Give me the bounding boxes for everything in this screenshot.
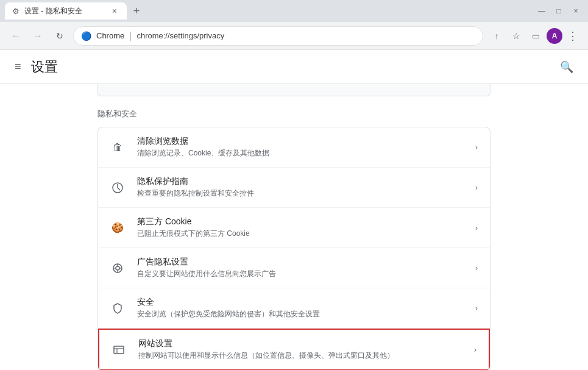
window-minimize-button[interactable]: — — [534, 4, 549, 18]
clear-data-title: 清除浏览数据 — [137, 136, 463, 147]
url-bar[interactable]: 🔵 Chrome | chrome://settings/privacy — [73, 26, 483, 46]
security-arrow: › — [475, 304, 478, 313]
ad-privacy-content: 广告隐私设置 自定义要让网站使用什么信息向您展示广告 — [137, 257, 463, 279]
ad-privacy-arrow: › — [475, 264, 478, 272]
cookies-icon: 🍪 — [110, 221, 125, 235]
list-item-site-settings[interactable]: 网站设置 控制网站可以使用和显示什么信息（如位置信息、摄像头、弹出式窗口及其他）… — [98, 329, 490, 370]
list-item-privacy-guide[interactable]: 隐私保护指南 检查重要的隐私控制设置和安全控件 › — [98, 168, 490, 208]
forward-button[interactable]: → — [29, 27, 46, 44]
new-tab-button[interactable]: + — [129, 4, 144, 18]
svg-line-2 — [118, 188, 120, 190]
bookmark-button[interactable]: ☆ — [508, 27, 525, 44]
site-settings-content: 网站设置 控制网站可以使用和显示什么信息（如位置信息、摄像头、弹出式窗口及其他） — [138, 338, 462, 361]
list-item-cookies[interactable]: 🍪 第三方 Cookie 已阻止无痕模式下的第三方 Cookie › — [98, 208, 490, 248]
chrome-menu-button[interactable]: ⋮ — [565, 27, 581, 45]
ad-privacy-desc: 自定义要让网站使用什么信息向您展示广告 — [137, 269, 463, 279]
bookmark-icon: ☆ — [512, 31, 520, 41]
page-content: ≡ 设置 🔍 隐私和安全 🗑 清除浏览数据 清除浏览记录、Cookie、缓存及其… — [0, 50, 588, 370]
clear-data-icon: 🗑 — [110, 140, 125, 155]
clear-data-arrow: › — [475, 143, 478, 152]
refresh-button[interactable]: ↻ — [51, 27, 68, 44]
privacy-guide-content: 隐私保护指南 检查重要的隐私控制设置和安全控件 — [137, 176, 463, 199]
settings-page-title: 设置 — [31, 58, 58, 76]
sidebar-toggle-button[interactable]: ≡ — [15, 60, 21, 73]
privacy-guide-desc: 检查重要的隐私控制设置和安全控件 — [137, 188, 463, 199]
cookies-desc: 已阻止无痕模式下的第三方 Cookie — [137, 229, 463, 239]
privacy-guide-arrow: › — [475, 183, 478, 192]
share-icon: ↑ — [495, 31, 499, 41]
site-settings-desc: 控制网站可以使用和显示什么信息（如位置信息、摄像头、弹出式窗口及其他） — [138, 350, 462, 361]
refresh-icon: ↻ — [56, 31, 63, 41]
window-close-button[interactable]: × — [569, 4, 583, 18]
extensions-icon: ▭ — [532, 31, 540, 41]
scroll-area: 隐私和安全 🗑 清除浏览数据 清除浏览记录、Cookie、缓存及其他数据 › — [0, 84, 588, 370]
list-item-clear-data[interactable]: 🗑 清除浏览数据 清除浏览记录、Cookie、缓存及其他数据 › — [98, 127, 490, 168]
security-content: 安全 安全浏览（保护您免受危险网站的侵害）和其他安全设置 — [137, 297, 463, 319]
ad-privacy-icon — [110, 261, 125, 276]
title-bar: ⚙ 设置 - 隐私和安全 × + — □ × — [0, 0, 588, 22]
window-maximize-button[interactable]: □ — [551, 4, 566, 18]
clear-data-content: 清除浏览数据 清除浏览记录、Cookie、缓存及其他数据 — [137, 136, 463, 158]
cookies-content: 第三方 Cookie 已阻止无痕模式下的第三方 Cookie — [137, 216, 463, 239]
security-desc: 安全浏览（保护您免受危险网站的侵害）和其他安全设置 — [137, 309, 463, 319]
privacy-section: 隐私和安全 🗑 清除浏览数据 清除浏览记录、Cookie、缓存及其他数据 › — [0, 96, 588, 370]
list-item-ad-privacy[interactable]: 广告隐私设置 自定义要让网站使用什么信息向您展示广告 › — [98, 248, 490, 288]
site-settings-title: 网站设置 — [138, 338, 462, 349]
address-bar: ← → ↻ 🔵 Chrome | chrome://settings/priva… — [0, 22, 588, 50]
profile-button[interactable]: A — [547, 28, 562, 44]
settings-header: ≡ 设置 🔍 — [0, 50, 588, 84]
tab-title: 设置 - 隐私和安全 — [24, 6, 105, 16]
toolbar-icons: ↑ ☆ ▭ A ⋮ — [488, 27, 581, 45]
back-button[interactable]: ← — [7, 27, 24, 44]
cookies-arrow: › — [475, 224, 478, 232]
site-settings-arrow: › — [474, 346, 476, 354]
security-icon — [110, 301, 125, 316]
privacy-guide-title: 隐私保护指南 — [137, 176, 463, 187]
partial-card-top — [97, 84, 491, 96]
svg-point-4 — [116, 266, 119, 270]
window-controls: — □ × — [534, 4, 583, 18]
svg-rect-9 — [114, 346, 124, 354]
browser-tab-active[interactable]: ⚙ 设置 - 隐私和安全 × — [5, 2, 127, 20]
ad-privacy-title: 广告隐私设置 — [137, 257, 463, 268]
section-title: 隐私和安全 — [97, 96, 491, 127]
tab-close-button[interactable]: × — [110, 5, 119, 17]
forward-icon: → — [33, 30, 43, 41]
privacy-card: 🗑 清除浏览数据 清除浏览记录、Cookie、缓存及其他数据 › — [97, 127, 491, 370]
privacy-guide-icon — [110, 180, 125, 195]
clear-data-desc: 清除浏览记录、Cookie、缓存及其他数据 — [137, 148, 463, 158]
security-title: 安全 — [137, 297, 463, 308]
cookies-title: 第三方 Cookie — [137, 216, 463, 227]
share-button[interactable]: ↑ — [488, 27, 505, 44]
extensions-button[interactable]: ▭ — [527, 27, 544, 44]
url-divider: | — [129, 30, 132, 41]
back-icon: ← — [11, 30, 21, 41]
site-settings-icon — [112, 343, 126, 357]
tab-settings-icon: ⚙ — [12, 7, 19, 16]
list-item-security[interactable]: 安全 安全浏览（保护您免受危险网站的侵害）和其他安全设置 › — [98, 288, 490, 329]
url-brand: Chrome — [96, 31, 124, 40]
url-path: chrome://settings/privacy — [136, 31, 224, 40]
secure-icon: 🔵 — [81, 31, 91, 41]
settings-search-button[interactable]: 🔍 — [560, 60, 573, 74]
